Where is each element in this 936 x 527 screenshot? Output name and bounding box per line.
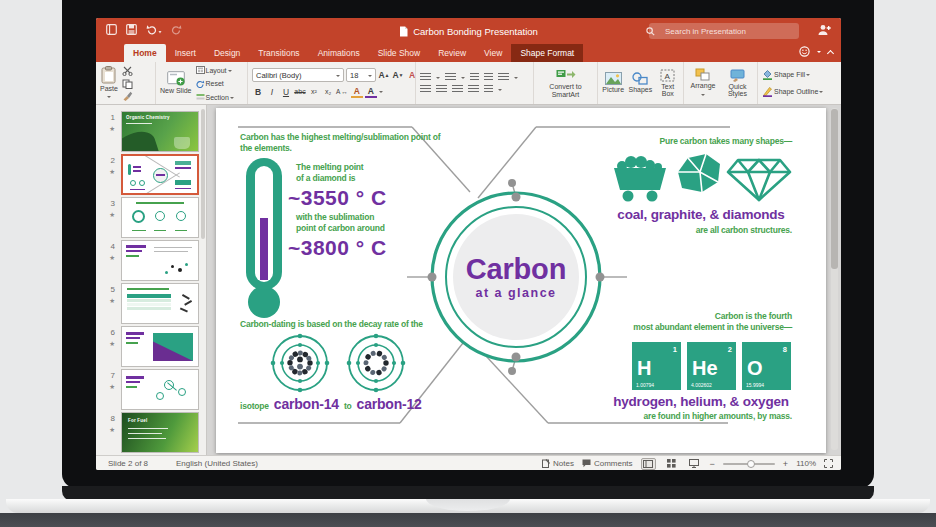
zoom-slider[interactable]	[723, 463, 775, 465]
align-center-icon[interactable]	[436, 85, 447, 94]
thumbnail-slide-4[interactable]: 4 ★	[99, 240, 203, 281]
canvas-scrollbar-thumb[interactable]	[831, 109, 838, 269]
shrink-font-button[interactable]: A▼	[392, 69, 404, 82]
share-user-icon[interactable]	[817, 24, 831, 36]
thumbnail-preview[interactable]: Organic Chemistry	[121, 111, 199, 152]
bullets-icon[interactable]	[420, 73, 431, 82]
slide-editor[interactable]: Carbon has the highest melting/sublimati…	[216, 108, 826, 453]
thumbnail-preview[interactable]	[121, 326, 199, 367]
copy-icon[interactable]	[122, 79, 133, 89]
thumbnail-slide-2[interactable]: 2 ★	[99, 154, 203, 195]
sublimation-text[interactable]: with the sublimation point of carbon aro…	[296, 212, 385, 234]
grow-font-button[interactable]: A▲	[378, 69, 390, 82]
abundance-sub-text[interactable]: are found in higher amounts, by mass.	[582, 411, 792, 422]
italic-button[interactable]: I	[266, 85, 278, 98]
font-color-caret-icon[interactable]	[379, 91, 383, 95]
element-tile-oxygen[interactable]: O 8 15.9994	[742, 342, 791, 390]
new-slide-button[interactable]: New Slide	[160, 71, 192, 95]
tab-view[interactable]: View	[475, 44, 511, 62]
melting-temp-3800[interactable]: ~3800 ° C	[288, 236, 387, 260]
language-indicator[interactable]: English (United States)	[176, 459, 258, 468]
line-spacing-icon[interactable]	[498, 73, 509, 82]
convert-to-smartart-button[interactable]: Convert to SmartArt	[538, 68, 593, 98]
superscript-button[interactable]: x²	[308, 85, 320, 98]
element-tile-hydrogen[interactable]: H 1 1.00794	[632, 342, 681, 390]
strikethrough-button[interactable]: abc	[294, 85, 306, 98]
underline-button[interactable]: U	[280, 85, 292, 98]
melting-intro-text[interactable]: Carbon has the highest melting/sublimati…	[240, 132, 470, 154]
character-spacing-button[interactable]: A↔	[336, 85, 349, 98]
font-size-select[interactable]: 18	[346, 68, 376, 82]
format-painter-icon[interactable]	[122, 91, 133, 101]
shape-fill-button[interactable]: Shape Fill	[762, 69, 823, 80]
tab-animations[interactable]: Animations	[309, 44, 369, 62]
picture-button[interactable]: Picture	[602, 72, 624, 94]
bold-button[interactable]: B	[252, 85, 264, 98]
fit-slide-icon[interactable]	[824, 459, 833, 468]
arrange-button[interactable]: Arrange	[691, 68, 716, 98]
thumbnail-slide-6[interactable]: 6 ★	[99, 326, 203, 367]
thumbnail-slide-7[interactable]: 7 ★	[99, 369, 203, 410]
layout-button[interactable]: Layout	[196, 66, 234, 74]
slide-subtitle[interactable]: at a glance	[432, 286, 600, 300]
zoom-slider-knob[interactable]	[747, 460, 755, 468]
decrease-indent-icon[interactable]	[470, 73, 479, 82]
feedback-caret-icon[interactable]	[817, 51, 821, 55]
slide-sorter-view-button[interactable]	[664, 458, 679, 470]
font-color-button[interactable]: A	[365, 85, 377, 98]
tab-home[interactable]: Home	[124, 44, 166, 62]
zoom-out-button[interactable]: −	[710, 459, 715, 469]
thumbnail-preview-selected[interactable]	[121, 154, 199, 195]
element-tile-helium[interactable]: He 2 4.002602	[687, 342, 736, 390]
text-box-button[interactable]: A Text Box	[657, 69, 679, 98]
align-right-icon[interactable]	[452, 85, 463, 94]
align-left-icon[interactable]	[420, 85, 431, 94]
melting-temp-3550[interactable]: ~3550 ° C	[288, 186, 387, 210]
abundance-intro-text[interactable]: Carbon is the fourth most abundant eleme…	[582, 311, 792, 333]
section-button[interactable]: Section	[196, 93, 234, 101]
quick-styles-button[interactable]: Quick Styles	[724, 69, 750, 98]
thumbnail-slide-5[interactable]: 5 ★	[99, 283, 203, 324]
thumbnail-preview[interactable]	[121, 369, 199, 410]
increase-indent-icon[interactable]	[484, 73, 493, 82]
tab-shape-format[interactable]: Shape Format	[511, 44, 583, 62]
thumbnail-slide-8[interactable]: 8 ★ For Fuel	[99, 412, 203, 453]
tab-review[interactable]: Review	[429, 44, 475, 62]
slideshow-view-button[interactable]	[687, 458, 702, 470]
isotope-caption[interactable]: isotope carbon-14 to carbon-12	[240, 396, 422, 412]
collapse-ribbon-icon[interactable]	[827, 49, 834, 56]
zoom-in-button[interactable]: +	[783, 459, 788, 469]
shapes-sub-text[interactable]: are all carbon structures.	[582, 225, 792, 236]
melting-point-text[interactable]: The melting point of a diamond is	[296, 162, 363, 184]
shapes-caption-text[interactable]: coal, graphite, & diamonds	[606, 207, 796, 222]
tab-design[interactable]: Design	[205, 44, 249, 62]
thumbnail-preview[interactable]: For Fuel	[121, 412, 199, 453]
thumbnail-preview[interactable]	[121, 197, 199, 238]
text-direction-icon[interactable]	[484, 85, 493, 94]
reset-button[interactable]: Reset	[196, 80, 234, 88]
justify-icon[interactable]	[468, 85, 479, 94]
numbering-icon[interactable]	[445, 73, 456, 82]
font-name-select[interactable]: Calibri (Body)	[252, 68, 344, 82]
abundance-caption-text[interactable]: hydrogen, helium, & oxygen	[606, 394, 796, 409]
shapes-button[interactable]: Shapes	[629, 72, 653, 94]
dating-intro-text[interactable]: Carbon-dating is based on the decay rate…	[240, 319, 423, 330]
cut-icon[interactable]	[122, 66, 133, 76]
tab-insert[interactable]: Insert	[166, 44, 205, 62]
search-input[interactable]	[649, 23, 799, 39]
tab-slide-show[interactable]: Slide Show	[369, 44, 430, 62]
feedback-smiley-icon[interactable]	[799, 46, 810, 57]
slide-title[interactable]: Carbon	[432, 254, 600, 284]
thumbnail-preview[interactable]	[121, 240, 199, 281]
thumbnail-slide-3[interactable]: 3 ★	[99, 197, 203, 238]
paste-button[interactable]: Paste	[100, 66, 118, 101]
shape-outline-button[interactable]: Shape Outline	[762, 86, 823, 97]
tab-transitions[interactable]: Transitions	[249, 44, 308, 62]
thumbnail-preview[interactable]	[121, 283, 199, 324]
normal-view-button[interactable]	[641, 458, 656, 470]
comments-button[interactable]: Comments	[582, 459, 633, 468]
subscript-button[interactable]: x₂	[322, 85, 334, 98]
notes-button[interactable]: Notes	[542, 459, 574, 468]
thumbnail-scrollbar[interactable]	[201, 109, 205, 239]
shapes-intro-text[interactable]: Pure carbon takes many shapes—	[582, 136, 792, 147]
